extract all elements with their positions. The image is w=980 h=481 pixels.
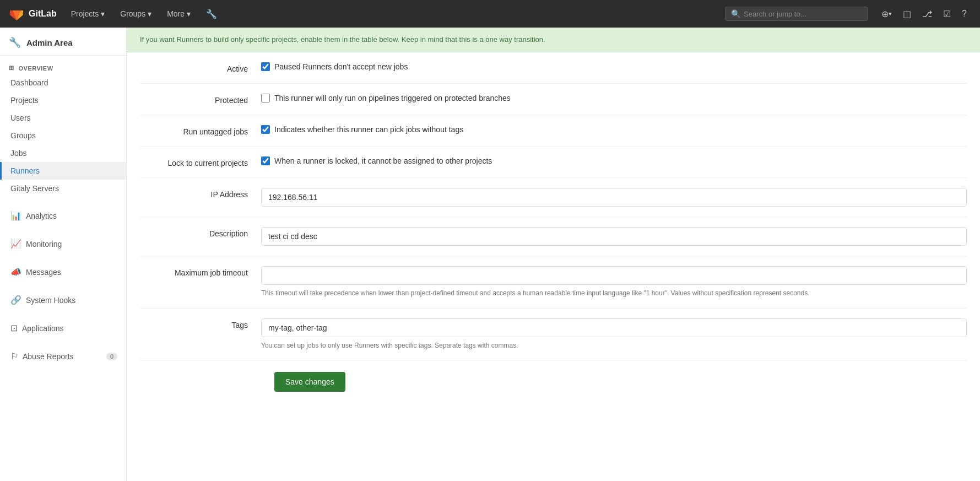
wrench-icon-btn[interactable]: 🔧: [201, 6, 223, 23]
groups-menu[interactable]: Groups ▾: [115, 6, 157, 21]
messages-section: 📣 Messages: [0, 258, 126, 286]
protected-label: Protected: [140, 94, 261, 105]
monitoring-section: 📈 Monitoring: [0, 230, 126, 258]
tags-hint: You can set up jobs to only use Runners …: [261, 341, 967, 350]
merge-request-icon: ⎇: [922, 9, 932, 19]
merge-request-icon-btn[interactable]: ⎇: [918, 6, 936, 23]
sidebar-item-groups[interactable]: Groups: [0, 127, 126, 144]
overview-section: ⊞ Overview Dashboard Projects Users Grou…: [0, 56, 126, 202]
info-banner-text: If you want Runners to build only specif…: [140, 35, 545, 44]
lock-checkbox-label: When a runner is locked, it cannot be as…: [274, 156, 492, 165]
lock-row: Lock to current projects When a runner i…: [140, 147, 967, 178]
sidebar-item-system-hooks[interactable]: 🔗 System Hooks: [0, 290, 126, 310]
applications-icon: ⊡: [10, 323, 18, 333]
untagged-checkbox-wrapper[interactable]: Indicates whether this runner can pick j…: [261, 125, 967, 134]
messages-icon: 📣: [10, 267, 21, 277]
protected-checkbox-wrapper[interactable]: This runner will only run on pipelines t…: [261, 94, 967, 102]
description-input[interactable]: [261, 227, 967, 246]
sidebar: 🔧 Admin Area ⊞ Overview Dashboard Projec…: [0, 28, 127, 481]
description-field: [261, 227, 967, 246]
active-checkbox-label: Paused Runners don't accept new jobs: [274, 62, 408, 71]
sidebar-header: 🔧 Admin Area: [0, 28, 126, 56]
tags-row: Tags You can set up jobs to only use Run…: [140, 309, 967, 361]
ip-field: [261, 188, 967, 207]
protected-checkbox-label: This runner will only run on pipelines t…: [274, 94, 511, 102]
grid-icon: ⊞: [9, 64, 14, 72]
gitlab-wordmark: GitLab: [29, 9, 57, 19]
ip-row: IP Address: [140, 178, 967, 217]
timeout-row: Maximum job timeout This timeout will ta…: [140, 256, 967, 309]
main-layout: 🔧 Admin Area ⊞ Overview Dashboard Projec…: [0, 28, 980, 481]
search-bar[interactable]: 🔍: [725, 7, 868, 21]
timeout-hint: This timeout will take precedence when l…: [261, 288, 967, 298]
save-button[interactable]: Save changes: [274, 372, 345, 392]
abuse-icon: ⚐: [10, 351, 18, 361]
sidebar-item-analytics[interactable]: 📊 Analytics: [0, 206, 126, 225]
tags-input[interactable]: [261, 318, 967, 337]
tags-field: You can set up jobs to only use Runners …: [261, 318, 967, 350]
sidebar-item-gitaly[interactable]: Gitaly Servers: [0, 180, 126, 197]
top-navigation: GitLab Projects ▾ Groups ▾ More ▾ 🔧 🔍 ⊕ …: [0, 0, 980, 28]
ip-input[interactable]: [261, 188, 967, 207]
runner-settings-form: Active Paused Runners don't accept new j…: [127, 52, 980, 425]
chevron-icon: ▾: [187, 9, 191, 18]
protected-field: This runner will only run on pipelines t…: [261, 94, 967, 102]
hooks-icon: 🔗: [10, 295, 21, 305]
search-input[interactable]: [744, 10, 862, 18]
more-menu[interactable]: More ▾: [161, 6, 196, 21]
protected-row: Protected This runner will only run on p…: [140, 84, 967, 115]
search-icon: 🔍: [731, 9, 740, 18]
active-row: Active Paused Runners don't accept new j…: [140, 52, 967, 84]
todo-icon: ◫: [903, 9, 911, 19]
ip-label: IP Address: [140, 188, 261, 199]
chevron-icon: ▾: [101, 9, 105, 18]
help-icon: ?: [962, 9, 967, 19]
sidebar-item-abuse-reports[interactable]: ⚐ Abuse Reports 0: [0, 347, 126, 366]
sidebar-item-applications[interactable]: ⊡ Applications: [0, 318, 126, 338]
description-row: Description: [140, 217, 967, 256]
sidebar-item-messages[interactable]: 📣 Messages: [0, 262, 126, 282]
description-label: Description: [140, 227, 261, 238]
protected-checkbox[interactable]: [261, 94, 270, 102]
sidebar-item-dashboard[interactable]: Dashboard: [0, 74, 126, 91]
untagged-checkbox[interactable]: [261, 125, 270, 134]
save-area: Save changes: [140, 361, 967, 403]
sidebar-item-users[interactable]: Users: [0, 109, 126, 127]
hooks-section: 🔗 System Hooks: [0, 286, 126, 314]
sidebar-item-monitoring[interactable]: 📈 Monitoring: [0, 234, 126, 253]
timeout-label: Maximum job timeout: [140, 266, 261, 277]
lock-checkbox[interactable]: [261, 156, 270, 165]
untagged-row: Run untagged jobs Indicates whether this…: [140, 115, 967, 147]
sidebar-item-jobs[interactable]: Jobs: [0, 144, 126, 162]
untagged-field: Indicates whether this runner can pick j…: [261, 125, 967, 134]
info-banner: If you want Runners to build only specif…: [127, 28, 980, 52]
active-checkbox-wrapper[interactable]: Paused Runners don't accept new jobs: [261, 62, 967, 71]
untagged-checkbox-label: Indicates whether this runner can pick j…: [274, 125, 463, 134]
analytics-icon: 📊: [10, 210, 21, 221]
chevron-icon: ▾: [148, 9, 151, 18]
sidebar-item-runners[interactable]: Runners: [0, 162, 126, 180]
tags-label: Tags: [140, 318, 261, 329]
issues-icon: ☑: [943, 9, 951, 19]
projects-menu[interactable]: Projects ▾: [66, 6, 111, 21]
sidebar-title: Admin Area: [26, 38, 73, 47]
abuse-badge: 0: [106, 353, 117, 360]
sidebar-item-projects[interactable]: Projects: [0, 91, 126, 109]
lock-field: When a runner is locked, it cannot be as…: [261, 156, 967, 165]
lock-checkbox-wrapper[interactable]: When a runner is locked, it cannot be as…: [261, 156, 967, 165]
overview-section-header: ⊞ Overview: [0, 60, 126, 74]
analytics-section: 📊 Analytics: [0, 202, 126, 230]
timeout-input[interactable]: [261, 266, 967, 285]
active-field: Paused Runners don't accept new jobs: [261, 62, 967, 71]
issues-icon-btn[interactable]: ☑: [939, 6, 955, 23]
applications-section: ⊡ Applications: [0, 314, 126, 342]
topnav-action-icons: ⊕ ▾ ◫ ⎇ ☑ ?: [877, 6, 971, 23]
help-icon-btn[interactable]: ?: [957, 6, 971, 22]
lock-label: Lock to current projects: [140, 156, 261, 167]
active-checkbox[interactable]: [261, 62, 270, 71]
abuse-section: ⚐ Abuse Reports 0: [0, 342, 126, 370]
plus-dropdown-btn[interactable]: ⊕ ▾: [877, 6, 896, 23]
todo-icon-btn[interactable]: ◫: [898, 6, 916, 23]
gitlab-logo[interactable]: GitLab: [9, 6, 57, 21]
main-content: If you want Runners to build only specif…: [127, 28, 980, 481]
